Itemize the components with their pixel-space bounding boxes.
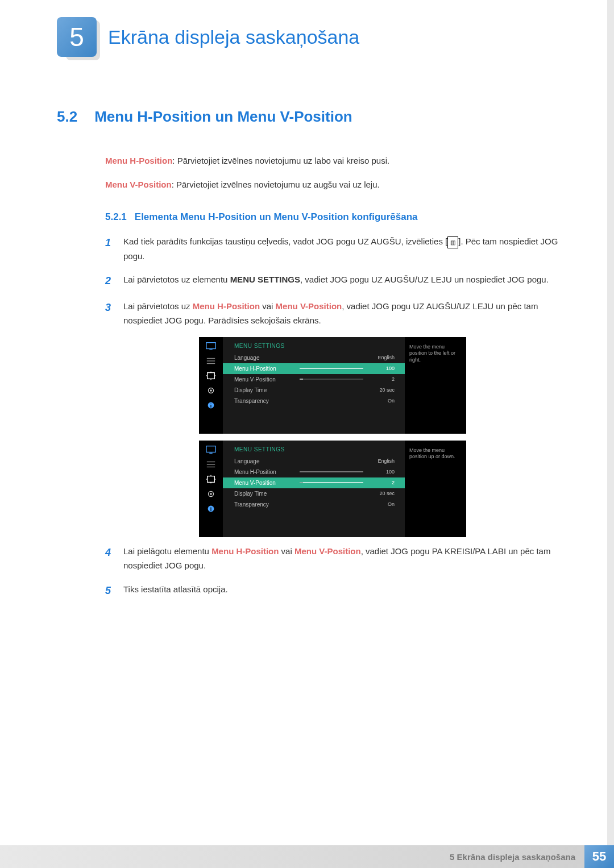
osd-sidebar: i [199, 337, 223, 434]
monitor-icon [205, 445, 217, 454]
osd-row-hpos: Menu H-Position 100 [223, 467, 405, 477]
intro-v-text: : Pārvietojiet izvēlnes novietojumu uz a… [172, 180, 380, 189]
svg-rect-0 [206, 342, 215, 348]
subsection-heading: 5.2.1 Elementa Menu H-Position un Menu V… [105, 211, 563, 223]
section-heading: 5.2 Menu H-Position un Menu V-Position [57, 108, 563, 126]
svg-rect-10 [206, 446, 215, 452]
list-icon [205, 460, 217, 469]
footer-text: 5 Ekrāna displeja saskaņošana [0, 845, 584, 868]
list-icon [205, 356, 217, 366]
step-3: 3 Lai pārvietotos uz Menu H-Position vai… [105, 299, 563, 328]
svg-rect-5 [208, 372, 215, 379]
step-4-num: 4 [105, 544, 113, 573]
info-icon: i [205, 504, 217, 513]
osd-row-dtime: Display Time 20 sec [223, 488, 405, 499]
monitor-icon [205, 342, 217, 351]
osd-screenshot-2: i MENU SETTINGS Language English Menu H-… [199, 441, 563, 537]
gear-icon [205, 489, 217, 499]
osd-title: MENU SETTINGS [223, 342, 405, 352]
osd-row-dtime: Display Time 20 sec [223, 385, 405, 396]
step-1: 1 Kad tiek parādīts funkcijas taustiņu c… [105, 234, 563, 263]
chapter-header: 5 Ekrāna displeja saskaņošana [57, 17, 563, 57]
step-3-text: Lai pārvietotos uz Menu H-Position vai M… [123, 299, 563, 328]
section-number: 5.2 [57, 108, 77, 126]
step-5: 5 Tiks iestatīta atlasītā opcija. [105, 582, 563, 600]
chapter-badge: 5 [57, 17, 97, 57]
osd-row-trans: Transparency On [223, 396, 405, 406]
intro-h-text: : Pārvietojiet izvēlnes novietojumu uz l… [172, 156, 389, 165]
footer-page: 55 [584, 845, 614, 868]
step-5-text: Tiks iestatīta atlasītā opcija. [123, 582, 563, 600]
intro-h-label: Menu H-Position [105, 156, 172, 165]
osd-sidebar: i [199, 441, 223, 537]
svg-point-7 [210, 389, 212, 392]
intro-v: Menu V-Position: Pārvietojiet izvēlnes n… [105, 178, 563, 192]
step-4: 4 Lai pielāgotu elementu Menu H-Position… [105, 544, 563, 573]
step-3-num: 3 [105, 299, 113, 328]
osd-screenshot-1: i MENU SETTINGS Language English Menu H-… [199, 337, 563, 434]
svg-rect-15 [208, 476, 215, 482]
gear-icon [205, 386, 217, 395]
osd-row-vpos: Menu V-Position 2 [223, 477, 405, 488]
chapter-number: 5 [69, 22, 84, 52]
subsection-number: 5.2.1 [105, 211, 127, 223]
step-1-num: 1 [105, 234, 113, 263]
step-2: 2 Lai pārvietotos uz elementu MENU SETTI… [105, 272, 563, 290]
resize-icon [205, 371, 217, 380]
menu-grid-icon: ▥ [447, 236, 458, 248]
svg-point-17 [210, 493, 212, 495]
footer: 5 Ekrāna displeja saskaņošana 55 [0, 845, 614, 868]
osd-row-language: Language English [223, 352, 405, 363]
svg-text:i: i [210, 506, 212, 512]
step-4-text: Lai pielāgotu elementu Menu H-Position v… [123, 544, 563, 573]
resize-icon [205, 475, 217, 484]
subsection-title: Elementa Menu H-Position un Menu V-Posit… [135, 211, 418, 223]
osd-main: MENU SETTINGS Language English Menu H-Po… [223, 337, 405, 434]
step-2-num: 2 [105, 272, 113, 290]
step-2-text: Lai pārvietotos uz elementu MENU SETTING… [123, 272, 563, 290]
intro-v-label: Menu V-Position [105, 180, 172, 189]
section-title: Menu H-Position un Menu V-Position [94, 108, 352, 126]
osd-main: MENU SETTINGS Language English Menu H-Po… [223, 441, 405, 537]
osd-help: Move the menu position to the left or ri… [405, 337, 466, 434]
intro-h: Menu H-Position: Pārvietojiet izvēlnes n… [105, 154, 563, 168]
chapter-title: Ekrāna displeja saskaņošana [108, 26, 359, 48]
osd-row-vpos: Menu V-Position 2 [223, 374, 405, 385]
osd-row-trans: Transparency On [223, 499, 405, 510]
osd-row-hpos: Menu H-Position 100 [223, 363, 405, 374]
step-5-num: 5 [105, 582, 113, 600]
osd-row-language: Language English [223, 456, 405, 467]
info-icon: i [205, 401, 217, 410]
osd-help: Move the menu position up or down. [405, 441, 466, 537]
osd-title: MENU SETTINGS [223, 445, 405, 456]
side-strip [607, 0, 614, 845]
svg-text:i: i [210, 402, 212, 408]
step-1-text: Kad tiek parādīts funkcijas taustiņu ceļ… [123, 234, 563, 263]
